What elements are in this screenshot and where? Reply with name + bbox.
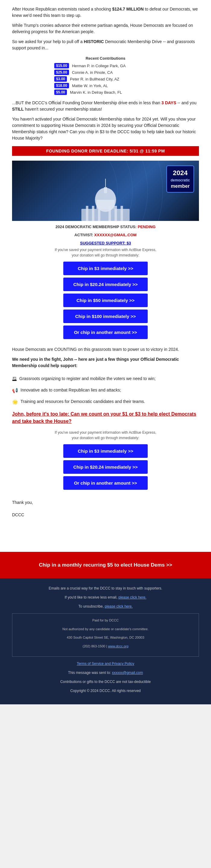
donate-50-btn-1[interactable]: Chip in $50 immediately >> <box>63 293 148 307</box>
contribution-row-5: $5.00 Marvin K. in Delray Beach, FL <box>54 90 157 95</box>
svg-rect-6 <box>121 206 123 221</box>
donate-100-btn-1[interactable]: Chip in $100 immediately >> <box>63 310 148 323</box>
donate-3-btn-2[interactable]: Chip in $3 immediately >> <box>63 444 148 458</box>
list-emoji-3: 🌟 <box>12 398 18 406</box>
signature: DCCC <box>12 512 199 518</box>
suggested-support-link[interactable]: SUGGESTED SUPPORT: $3 <box>80 241 131 245</box>
list-text-3: Training and resources for Democratic ca… <box>21 398 145 405</box>
contrib-name-5: Marvin K. in Delray Beach, FL <box>70 90 122 95</box>
contribution-row-2: $25.00 Connie A. in Pinole, CA <box>54 70 157 75</box>
donate-3-btn-1[interactable]: Chip in $3 immediately >> <box>63 261 148 275</box>
footer-paid-by: Paid for by DCCC <box>19 618 192 623</box>
capitol-image: 2024 democratic member <box>12 161 199 221</box>
membership-label: 2024 DEMOCRATIC MEMBERSHIP STATUS: <box>56 224 138 229</box>
donate-2024-btn-2[interactable]: Chip in $20.24 immediately >> <box>63 460 148 474</box>
badge-word2: member <box>171 183 190 190</box>
footer-website-link[interactable]: www.dccc.org <box>108 644 128 648</box>
list-text-2: Innovative ads to combat Republican lies… <box>21 387 121 393</box>
contribution-row-4: $18.00 Mattie W. in York, AL <box>54 83 157 88</box>
list-emoji-1: 🗳 <box>12 375 17 383</box>
contrib-name-1: Herman P. in College Park, GA <box>72 64 126 68</box>
activist-line: ACTIVIST: XXXXXX@GMAIL.COM <box>12 233 199 237</box>
sticky-footer: Chip in a monthly recurring $5 to elect … <box>0 552 211 578</box>
pending-status: PENDING <box>138 224 155 229</box>
deadline-para: ...BUT the DCCC's Official Founding Dono… <box>12 100 199 113</box>
content-area: After House Republican extremists raised… <box>0 0 211 546</box>
footer-tos: Terms of Service and Privacy Policy <box>12 661 199 666</box>
intro-p1: After House Republican extremists raised… <box>12 6 199 19</box>
contrib-amount-5: $5.00 <box>54 90 67 95</box>
footer-emails-note: Emails are a crucial way for the DCCC to… <box>12 586 199 591</box>
badge-year: 2024 <box>171 168 190 178</box>
footer-area: Emails are a crucial way for the DCCC to… <box>0 578 211 704</box>
contrib-name-4: Mattie W. in York, AL <box>72 84 108 88</box>
footer-contact: (202) 863-1500 | www.dccc.org <box>19 644 192 649</box>
email-wrapper: After House Republican extremists raised… <box>0 0 211 704</box>
contrib-amount-3: $3.00 <box>54 76 67 82</box>
recent-contributions: Recent Contributions $15.00 Herman P. in… <box>54 56 157 95</box>
donate-other-btn-1[interactable]: Or chip in another amount >> <box>63 326 148 339</box>
contrib-name-2: Connie A. in Pinole, CA <box>72 70 113 75</box>
footer-receive-less-link[interactable]: please click here. <box>118 595 147 599</box>
intro-p3: So we asked for your help to pull off a … <box>12 38 199 51</box>
list-item-2: 📢 Innovative ads to combat Republican li… <box>12 387 199 394</box>
activist-email: XXXXXX@GMAIL.COM <box>94 233 137 237</box>
svg-rect-5 <box>115 206 117 221</box>
contribution-row: $15.00 Herman P. in College Park, GA <box>54 63 157 68</box>
footer-address: 430 South Capitol Street SE, Washington,… <box>19 635 192 640</box>
actblue-note-1: If you've saved your payment information… <box>12 247 199 258</box>
footer-unsubscribe: To unsubscribe, please click here. <box>12 604 199 609</box>
footer-tax-note: Contributions or gifts to the DCCC are n… <box>12 679 199 684</box>
contrib-amount-4: $18.00 <box>54 83 69 88</box>
footer-sent-to: This message was sent to: xxxxxx@gmail.c… <box>12 670 199 675</box>
footer-unsubscribe-link[interactable]: please click here. <box>104 604 132 609</box>
suggested-support: SUGGESTED SUPPORT: $3 <box>12 241 199 245</box>
activist-label: ACTIVIST: <box>74 233 94 237</box>
few-things-heading: We need you in the fight, John -- here a… <box>12 356 199 369</box>
activation-para: You haven't activated your Official Demo… <box>12 116 199 141</box>
membership-status: 2024 DEMOCRATIC MEMBERSHIP STATUS: PENDI… <box>12 224 199 229</box>
footer-copyright: Copyright © 2024 DCCC. All rights reserv… <box>12 688 199 693</box>
donate-2024-btn-1[interactable]: Chip in $20.24 immediately >> <box>63 278 148 291</box>
counting-para: House Democrats are COUNTING on this gra… <box>12 346 199 352</box>
list-emoji-2: 📢 <box>12 387 18 394</box>
contributions-title: Recent Contributions <box>54 56 157 61</box>
contrib-amount-2: $25.00 <box>54 70 69 75</box>
list-item-3: 🌟 Training and resources for Democratic … <box>12 398 199 406</box>
footer-disclaimer: Not authorized by any candidate or candi… <box>19 627 192 632</box>
footer-email-link[interactable]: xxxxxx@gmail.com <box>112 671 143 675</box>
list-text-1: Grassroots organizing to register and mo… <box>19 375 155 382</box>
contrib-name-3: Peter R. in Bullhead City, AZ <box>70 77 119 82</box>
actblue-note-2: If you've saved your payment information… <box>12 430 199 441</box>
deadline-banner: FOUNDING DONOR DRIVE DEADLINE: 5/31 @ 11… <box>12 146 199 156</box>
footer-paid-box: Paid for by DCCC Not authorized by any c… <box>12 613 199 657</box>
badge-word1: democratic <box>171 178 190 183</box>
donate-other-btn-2[interactable]: Or chip in another amount >> <box>63 476 148 490</box>
intro-p2: While Trump's cronies advance their extr… <box>12 22 199 35</box>
cta-link[interactable]: John, before it's too late: Can we count… <box>12 410 199 425</box>
membership-badge: 2024 democratic member <box>167 165 194 193</box>
sticky-donate-btn[interactable]: Chip in a monthly recurring $5 to elect … <box>6 557 205 573</box>
contrib-amount-1: $15.00 <box>54 63 69 68</box>
image-container: 2024 democratic member <box>12 161 199 221</box>
svg-rect-9 <box>104 187 107 193</box>
thank-you: Thank you, <box>12 499 199 506</box>
list-item-1: 🗳 Grassroots organizing to register and … <box>12 375 199 383</box>
svg-rect-1 <box>86 206 88 221</box>
capitol-svg <box>79 179 132 221</box>
days-highlight: 3 DAYS <box>161 100 176 105</box>
footer-tos-link[interactable]: Terms of Service and Privacy Policy <box>77 661 134 666</box>
svg-rect-2 <box>92 206 94 221</box>
contribution-row-3: $3.00 Peter R. in Bullhead City, AZ <box>54 76 157 82</box>
footer-receive-less: If you'd like to receive less email, ple… <box>12 595 199 600</box>
